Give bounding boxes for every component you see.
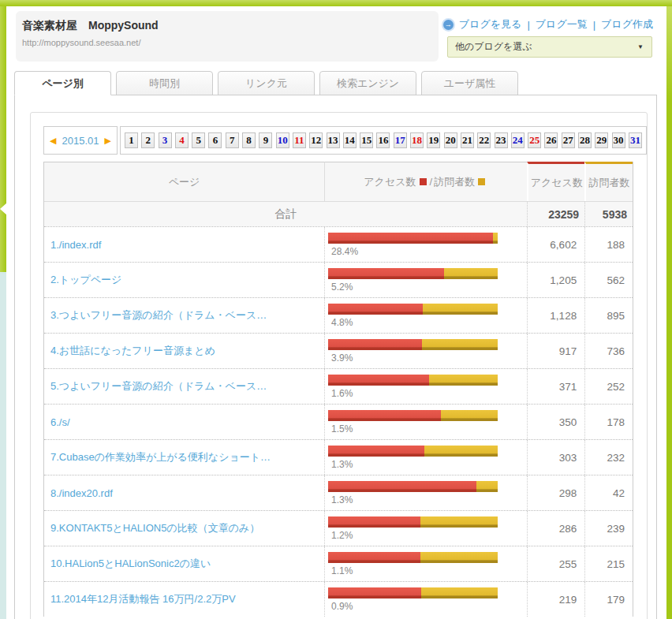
month-navigator: ◀ 2015.01 ▶	[43, 126, 118, 155]
visitors-legend-square-icon	[478, 178, 485, 185]
visitors-value: 239	[584, 511, 633, 546]
tab-1[interactable]: ページ別	[14, 71, 111, 95]
day-button[interactable]: 29	[595, 132, 608, 148]
day-button[interactable]: 22	[477, 132, 491, 148]
access-visitors-bar	[328, 410, 498, 421]
page-cell: 8./index20.rdf	[44, 475, 324, 510]
day-button[interactable]: 28	[578, 132, 592, 148]
link-separator: |	[527, 19, 529, 31]
day-button[interactable]: 30	[612, 132, 625, 148]
day-button[interactable]: 15	[360, 132, 373, 148]
visitors-value: 736	[584, 334, 633, 368]
day-button[interactable]: 14	[343, 132, 357, 148]
blog-select-dropdown[interactable]: 他のブログを選ぶ ▼	[447, 36, 652, 58]
page-link[interactable]: 3.つよいフリー音源の紹介（ドラム・ベース…	[50, 308, 267, 323]
next-month-icon[interactable]: ▶	[105, 136, 111, 146]
blog-list-link[interactable]: ブログ一覧	[536, 17, 588, 32]
access-value: 917	[527, 334, 584, 368]
day-button[interactable]: 31	[629, 132, 642, 148]
day-button[interactable]: 24	[511, 132, 525, 148]
prev-month-icon[interactable]: ◀	[50, 136, 56, 146]
tab-4[interactable]: 検索エンジン	[319, 71, 416, 95]
day-button[interactable]: 3	[159, 132, 172, 148]
total-access-value: 23259	[527, 202, 584, 226]
day-button[interactable]: 20	[444, 132, 457, 148]
tab-label: リンク元	[245, 76, 287, 91]
table-header-row: ページ アクセス数 / 訪問者数 アクセス数 訪問者数	[44, 162, 633, 201]
tab-3[interactable]: リンク元	[218, 71, 315, 95]
table-row: 2.トップページ 5.2% 1,205 562	[44, 262, 633, 297]
table-row: 1./index.rdf 28.4% 6,602 188	[44, 226, 633, 262]
day-button[interactable]: 13	[327, 132, 340, 148]
access-visitors-bar	[328, 587, 498, 598]
day-button[interactable]: 23	[495, 132, 508, 148]
page-title: HALion5とHALionSonic2の違い	[65, 557, 211, 569]
day-button[interactable]: 17	[394, 132, 407, 148]
bar-cell: 0.9%	[324, 582, 527, 617]
table-row: 3.つよいフリー音源の紹介（ドラム・ベース… 4.8% 1,128 895	[44, 297, 633, 333]
page-cell: 2.トップページ	[44, 263, 324, 297]
table-row: 4.お世話になったフリー音源まとめ 3.9% 917 736	[44, 333, 633, 368]
page-link[interactable]: 9.KONTAKT5とHALION5の比較（文章のみ）	[50, 521, 259, 535]
access-percent: 1.3%	[328, 494, 527, 505]
visitors-value: 42	[584, 475, 633, 510]
day-button[interactable]: 27	[562, 132, 575, 148]
day-button[interactable]: 16	[376, 132, 390, 148]
access-bar-segment	[328, 304, 423, 315]
day-button[interactable]: 1	[125, 132, 138, 148]
access-percent: 1.1%	[328, 565, 527, 576]
day-button[interactable]: 10	[276, 132, 289, 148]
day-button[interactable]: 12	[309, 132, 323, 148]
day-button[interactable]: 4	[175, 132, 189, 148]
visitors-value: 562	[584, 263, 633, 297]
page-title: /index20.rdf	[59, 487, 113, 499]
circle-arrow-right-icon: →	[442, 18, 455, 32]
day-button[interactable]: 25	[528, 132, 541, 148]
page-link[interactable]: 8./index20.rdf	[50, 487, 113, 499]
page-link[interactable]: 4.お世話になったフリー音源まとめ	[50, 344, 215, 358]
tab-label: ユーザ属性	[444, 76, 496, 91]
day-button[interactable]: 6	[208, 132, 222, 148]
report-tabs: ページ別 時間別 リンク元 検索エンジン ユーザ属性	[14, 71, 518, 95]
view-blog-link[interactable]: ブログを見る	[459, 17, 522, 32]
total-label: 合計	[44, 202, 527, 226]
create-blog-link[interactable]: ブログ作成	[601, 17, 653, 32]
page-rank: 8.	[50, 487, 59, 499]
page-cell: 6./s/	[44, 405, 324, 439]
day-button[interactable]: 18	[410, 132, 424, 148]
day-button[interactable]: 7	[226, 132, 239, 148]
visitors-bar-segment	[441, 410, 498, 421]
page-cell: 7.Cubaseの作業効率が上がる便利なショート…	[44, 440, 324, 475]
tab-label: 検索エンジン	[337, 76, 399, 91]
day-button[interactable]: 26	[544, 132, 558, 148]
access-bar-segment	[328, 587, 421, 598]
day-button[interactable]: 19	[427, 132, 440, 148]
tab-2[interactable]: 時間別	[116, 71, 213, 95]
page-link[interactable]: 10.HALion5とHALionSonic2の違い	[50, 557, 211, 571]
access-bar-segment	[328, 268, 444, 279]
page-cell: 10.HALion5とHALionSonic2の違い	[44, 546, 324, 581]
day-button[interactable]: 11	[293, 132, 306, 148]
day-button[interactable]: 21	[461, 132, 474, 148]
page-link[interactable]: 5.つよいフリー音源の紹介（ドラム・ベース…	[50, 379, 267, 393]
page-link[interactable]: 6./s/	[50, 416, 70, 428]
day-button[interactable]: 5	[192, 132, 205, 148]
page-title: トップページ	[59, 274, 122, 285]
day-button[interactable]: 8	[242, 132, 256, 148]
page-title: つよいフリー音源の紹介（ドラム・ベース…	[59, 309, 267, 321]
day-button[interactable]: 9	[259, 132, 272, 148]
access-percent: 1.3%	[328, 459, 527, 470]
page-rank: 5.	[50, 380, 59, 392]
page-link[interactable]: 7.Cubaseの作業効率が上がる便利なショート…	[50, 450, 271, 464]
table-row: 7.Cubaseの作業効率が上がる便利なショート… 1.3% 303 232	[44, 439, 633, 475]
day-button[interactable]: 2	[141, 132, 155, 148]
visitors-bar-segment	[493, 233, 498, 244]
page-cell: 11.2014年12月活動報告 16万円/2.2万PV	[44, 582, 324, 617]
page-link[interactable]: 2.トップページ	[50, 273, 121, 287]
bar-cell: 1.2%	[324, 511, 527, 546]
page-link[interactable]: 1./index.rdf	[50, 239, 101, 251]
tab-5[interactable]: ユーザ属性	[421, 71, 518, 95]
page-link[interactable]: 11.2014年12月活動報告 16万円/2.2万PV	[50, 592, 236, 606]
access-value: 219	[527, 582, 584, 617]
access-percent: 5.2%	[328, 282, 527, 293]
